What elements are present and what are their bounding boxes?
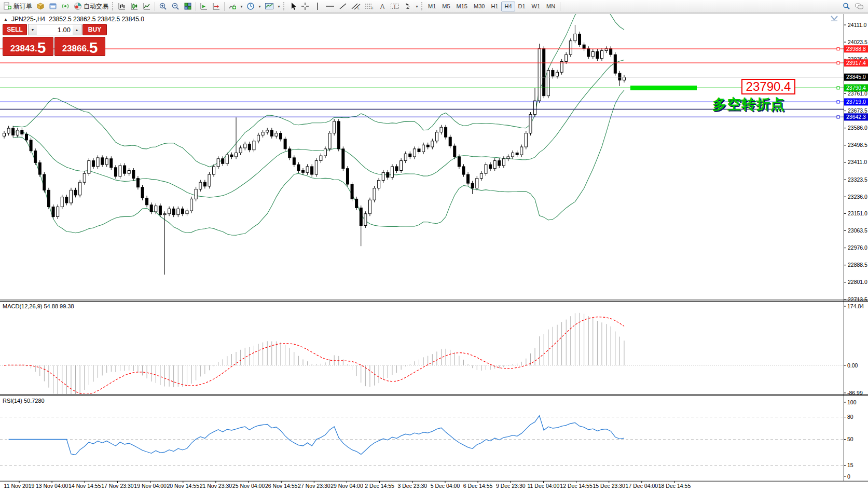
tf-d1-button[interactable]: D1 (515, 2, 529, 11)
svg-text:23151.0: 23151.0 (848, 210, 867, 216)
svg-text:25 Nov 04:00: 25 Nov 04:00 (232, 483, 265, 489)
svg-text:27 Nov 23:30: 27 Nov 23:30 (298, 483, 330, 489)
svg-text:23673.5: 23673.5 (848, 107, 867, 114)
buy-price-display[interactable]: 23866.5 (54, 37, 105, 56)
fibonacci-icon: F (365, 2, 374, 10)
rsi-scale: 1008050150 (844, 399, 857, 480)
svg-text:23719.0: 23719.0 (846, 99, 866, 105)
indicators-dropdown[interactable]: ▾ (239, 1, 244, 12)
zoom-out-icon (171, 2, 180, 10)
price-axis[interactable]: 24111.024023.523936.023848.523761.023673… (844, 22, 868, 303)
top-toolbar: 新订单 (0, 0, 868, 13)
svg-text:0: 0 (847, 473, 850, 480)
signals-button[interactable] (59, 1, 72, 12)
chat-icon (855, 2, 864, 10)
buy-button[interactable]: BUY (82, 24, 107, 35)
zoom-in-button[interactable] (157, 1, 169, 12)
text-label-tool-button[interactable]: T (388, 1, 402, 12)
tf-h4-button[interactable]: H4 (501, 2, 515, 11)
equidistant-channel-icon: E (351, 2, 361, 10)
chat-button[interactable] (852, 1, 866, 12)
svg-text:-86.99: -86.99 (847, 390, 863, 396)
trendline-tool-button[interactable] (337, 1, 349, 12)
navigator-button[interactable] (47, 1, 59, 12)
mt-terminal-window: 新订单 (0, 0, 868, 491)
line-chart-button[interactable] (141, 1, 153, 12)
cursor-tool-button[interactable] (287, 1, 299, 12)
chart-corner-icon[interactable] (830, 15, 838, 22)
templates-dropdown[interactable]: ▾ (276, 1, 282, 12)
volume-decrease-button[interactable]: ▼ (29, 24, 37, 35)
periods-dropdown[interactable]: ▾ (257, 1, 263, 12)
new-order-label: 新订单 (13, 2, 32, 11)
tf-h1-button[interactable]: H1 (488, 2, 501, 11)
trendline-icon (339, 2, 347, 10)
rsi-indicator-label: RSI(14) 50.7280 (3, 398, 45, 404)
tf-w1-button[interactable]: W1 (529, 2, 544, 11)
crosshair-icon (301, 2, 309, 10)
autotrading-icon (74, 2, 82, 10)
svg-text:100: 100 (847, 399, 857, 405)
market-watch-button[interactable] (34, 1, 47, 12)
svg-text:T: T (393, 4, 396, 9)
price-callout-box[interactable]: 23790.4 (741, 79, 795, 94)
svg-text:5 Dec 04:00: 5 Dec 04:00 (431, 483, 460, 489)
tf-m1-button[interactable]: M1 (425, 2, 439, 11)
zoom-out-button[interactable] (169, 1, 182, 12)
periods-button[interactable] (244, 1, 257, 12)
macd-indicator-label: MACD(12,26,9) 54.88 99.38 (3, 303, 74, 309)
volume-increase-button[interactable]: ▲ (73, 24, 81, 35)
tf-m15-button[interactable]: M15 (453, 2, 471, 11)
autotrading-label: 自动交易 (84, 2, 108, 11)
text-tool-button[interactable]: A (376, 1, 388, 12)
toolbar-grip (421, 2, 423, 10)
toolbar-grip (112, 2, 114, 10)
channel-tool-button[interactable]: E (349, 1, 363, 12)
turning-point-annotation[interactable]: 多空转折点 (712, 95, 785, 114)
svg-text:F: F (371, 6, 374, 10)
navigator-icon (49, 2, 57, 10)
crosshair-tool-button[interactable] (299, 1, 311, 12)
svg-text:23063.5: 23063.5 (848, 227, 867, 234)
svg-text:22888.5: 22888.5 (848, 262, 867, 268)
svg-text:29 Nov 04:00: 29 Nov 04:00 (330, 483, 363, 489)
rsi-pane (0, 416, 844, 466)
arrow-objects-icon (404, 2, 412, 10)
templates-button[interactable] (263, 1, 276, 12)
tf-m30-button[interactable]: M30 (471, 2, 488, 11)
highlight-green-bar[interactable] (630, 86, 697, 90)
svg-text:15 Dec 23:30: 15 Dec 23:30 (593, 483, 625, 489)
sell-button[interactable]: SELL (3, 24, 27, 35)
buy-price-pips: 5 (89, 42, 98, 54)
fibonacci-tool-button[interactable]: F (363, 1, 376, 12)
macd-pane (0, 313, 844, 394)
candlestick-chart-button[interactable] (128, 1, 141, 12)
bar-chart-button[interactable] (116, 1, 128, 12)
chart-shift-button[interactable] (210, 1, 223, 12)
svg-text:23411.0: 23411.0 (848, 159, 867, 165)
svg-text:11 Nov 2019: 11 Nov 2019 (4, 483, 35, 489)
symbol-info-bar[interactable]: ▲ JPN225-,H4 23852.5 23862.5 23842.5 238… (4, 16, 144, 23)
tf-m5-button[interactable]: M5 (439, 2, 453, 11)
svg-text:23917.4: 23917.4 (846, 60, 866, 66)
templates-icon (265, 2, 274, 10)
sell-price-display[interactable]: 23843.5 (3, 37, 53, 56)
arrows-tool-button[interactable] (402, 1, 414, 12)
tf-mn-button[interactable]: MN (543, 2, 558, 11)
indicators-button[interactable] (226, 1, 239, 12)
indicators-icon (228, 2, 237, 10)
time-axis[interactable]: 11 Nov 201913 Nov 04:0014 Nov 14:5517 No… (4, 481, 691, 489)
autotrading-button[interactable]: 自动交易 (72, 1, 111, 12)
auto-scroll-button[interactable] (198, 1, 210, 12)
arrows-dropdown[interactable]: ▾ (414, 1, 420, 12)
chart-canvas[interactable]: 24111.024023.523936.023848.523761.023673… (0, 13, 868, 491)
toolbar-separator (560, 2, 560, 11)
new-order-button[interactable]: 新订单 (1, 1, 34, 12)
horizontal-line-tool-button[interactable] (323, 1, 337, 12)
collapse-triangle-icon[interactable]: ▲ (4, 17, 8, 22)
volume-input[interactable] (37, 24, 73, 35)
tile-windows-button[interactable] (182, 1, 194, 12)
search-button[interactable] (840, 1, 852, 12)
vertical-line-tool-button[interactable] (311, 1, 323, 12)
cursor-icon (290, 2, 297, 10)
